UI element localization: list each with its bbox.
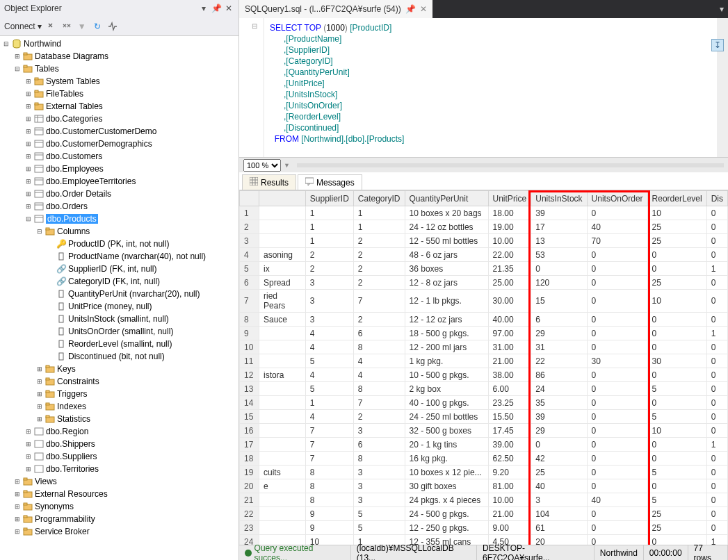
table-row[interactable]: 12istora4410 - 500 g pkgs.38.0086000 (240, 368, 728, 382)
expander-icon[interactable]: ⊞ (35, 415, 45, 422)
grid-cell[interactable]: 31.00 (488, 340, 531, 354)
grid-cell[interactable]: 2 (353, 234, 405, 248)
grid-cell[interactable]: Spread (259, 276, 306, 290)
table-row[interactable]: 7ried Pears3712 - 1 lb pkgs.30.00150100 (240, 290, 728, 313)
table-row[interactable]: 5ix2236 boxes21.350001 (240, 262, 728, 276)
zoom-dropdown-icon[interactable]: ▼ (284, 162, 290, 169)
expander-icon[interactable]: ⊞ (24, 165, 33, 172)
grid-cell[interactable]: 0 (706, 248, 727, 262)
grid-cell[interactable]: 1 (305, 234, 353, 248)
dropdown-icon[interactable]: ▾ (198, 3, 209, 14)
grid-cell[interactable]: 0 (587, 424, 647, 438)
grid-cell[interactable]: 40.00 (488, 313, 531, 327)
tree-item[interactable]: Database Diagrams (35, 51, 108, 61)
tree-item[interactable]: External Resources (35, 489, 108, 499)
expander-icon[interactable]: ⊞ (24, 178, 33, 185)
tree-item[interactable]: Indexes (57, 402, 86, 411)
grid-cell[interactable]: 40 (531, 479, 587, 493)
grid-cell[interactable]: 3 (353, 493, 405, 507)
tree-item[interactable]: System Tables (46, 76, 100, 86)
grid-cell[interactable]: 12 - 1 lb pkgs. (405, 290, 488, 313)
grid-cell[interactable]: 20 (531, 535, 587, 545)
grid-cell[interactable] (259, 535, 306, 545)
grid-cell[interactable]: 1 (353, 535, 405, 545)
tree-item[interactable]: dbo.Region (46, 427, 88, 436)
grid-cell[interactable]: 0 (647, 262, 706, 276)
grid-cell[interactable]: 10 (647, 424, 706, 438)
zoom-select[interactable]: 100 % (243, 159, 281, 172)
grid-cell[interactable]: 30 (587, 354, 647, 368)
grid-cell[interactable]: 24 pkgs. x 4 pieces (405, 493, 488, 507)
intellisense-toggle-icon[interactable]: ↧ (711, 39, 724, 51)
grid-cell[interactable]: 7 (305, 452, 353, 466)
expander-icon[interactable]: ⊞ (13, 516, 22, 522)
table-row[interactable]: 21124 - 12 oz bottles19.001740250 (240, 220, 728, 234)
grid-cell[interactable]: 0 (647, 313, 706, 327)
grid-cell[interactable]: 0 (706, 396, 727, 410)
column-header[interactable]: UnitsOnOrder (587, 191, 647, 206)
grid-cell[interactable]: 12 - 250 g pkgs. (405, 521, 488, 535)
grid-cell[interactable]: 0 (647, 340, 706, 354)
grid-cell[interactable]: 6 (353, 438, 405, 452)
grid-cell[interactable]: 81.00 (488, 479, 531, 493)
grid-cell[interactable]: 0 (587, 248, 647, 262)
tree-item[interactable]: dbo.CustomerDemographics (46, 139, 152, 149)
grid-cell[interactable]: 1 (305, 206, 353, 220)
grid-cell[interactable]: 0 (706, 382, 727, 396)
grid-cell[interactable]: 3 (531, 493, 587, 507)
grid-cell[interactable]: 6.00 (488, 382, 531, 396)
grid-cell[interactable]: 3 (353, 466, 405, 479)
column-item[interactable]: ProductID (PK, int, not null) (68, 239, 169, 249)
pin-icon[interactable]: 📌 (211, 3, 222, 14)
tree-item[interactable]: Views (35, 477, 57, 486)
grid-cell[interactable]: 6 (353, 327, 405, 340)
grid-cell[interactable]: 19.00 (488, 220, 531, 234)
column-header[interactable]: UnitsInStock (531, 191, 587, 206)
grid-cell[interactable]: 5 (647, 382, 706, 396)
grid-cell[interactable]: Sauce (259, 313, 306, 327)
grid-cell[interactable]: 25 (531, 466, 587, 479)
grid-cell[interactable]: 7 (353, 396, 405, 410)
grid-cell[interactable]: 23.25 (488, 396, 531, 410)
grid-cell[interactable]: 97.00 (488, 327, 531, 340)
grid-cell[interactable]: 0 (587, 206, 647, 220)
tree-item[interactable]: dbo.Suppliers (46, 452, 97, 461)
tree-item[interactable]: External Tables (46, 101, 103, 111)
collapse-icon[interactable]: ⊟ (252, 22, 257, 30)
column-item[interactable]: ReorderLevel (smallint, null) (68, 339, 172, 349)
grid-cell[interactable]: 0 (706, 290, 727, 313)
grid-cell[interactable]: 0 (587, 340, 647, 354)
grid-cell[interactable]: 1 (353, 206, 405, 220)
grid-cell[interactable] (259, 452, 306, 466)
grid-cell[interactable]: 1 (706, 327, 727, 340)
grid-cell[interactable]: 17 (531, 220, 587, 234)
column-header[interactable]: UnitPrice (488, 191, 531, 206)
grid-cell[interactable] (259, 396, 306, 410)
expander-icon[interactable]: ⊞ (24, 440, 33, 447)
grid-cell[interactable]: 24 (531, 382, 587, 396)
table-row[interactable]: 11541 kg pkg.21.002230300 (240, 354, 728, 368)
grid-cell[interactable]: 0 (706, 220, 727, 234)
grid-cell[interactable]: 0 (587, 313, 647, 327)
grid-cell[interactable]: 0 (706, 234, 727, 248)
column-header[interactable]: Dis (706, 191, 727, 206)
grid-cell[interactable] (259, 493, 306, 507)
connect-button[interactable]: Connect ▾ (4, 22, 42, 31)
grid-cell[interactable]: 8 (353, 340, 405, 354)
grid-cell[interactable]: 9 (305, 507, 353, 521)
grid-cell[interactable]: 25 (647, 521, 706, 535)
grid-cell[interactable]: 0 (647, 535, 706, 545)
grid-cell[interactable]: 1 (305, 220, 353, 234)
table-row[interactable]: 19cuits8310 boxes x 12 pie...9.2025050 (240, 466, 728, 479)
grid-cell[interactable]: 12 - 12 oz jars (405, 313, 488, 327)
grid-cell[interactable]: 7 (305, 438, 353, 452)
grid-cell[interactable]: 5 (305, 354, 353, 368)
grid-cell[interactable]: 2 (305, 262, 353, 276)
grid-cell[interactable]: 6 (531, 313, 587, 327)
grid-cell[interactable]: 62.50 (488, 452, 531, 466)
tree-view[interactable]: ⊟Northwind ⊞Database Diagrams ⊟Tables ⊞S… (0, 36, 238, 560)
column-item[interactable]: SupplierID (FK, int, null) (68, 264, 156, 274)
grid-cell[interactable]: cuits (259, 466, 306, 479)
grid-cell[interactable] (259, 410, 306, 424)
grid-cell[interactable]: 0 (587, 479, 647, 493)
